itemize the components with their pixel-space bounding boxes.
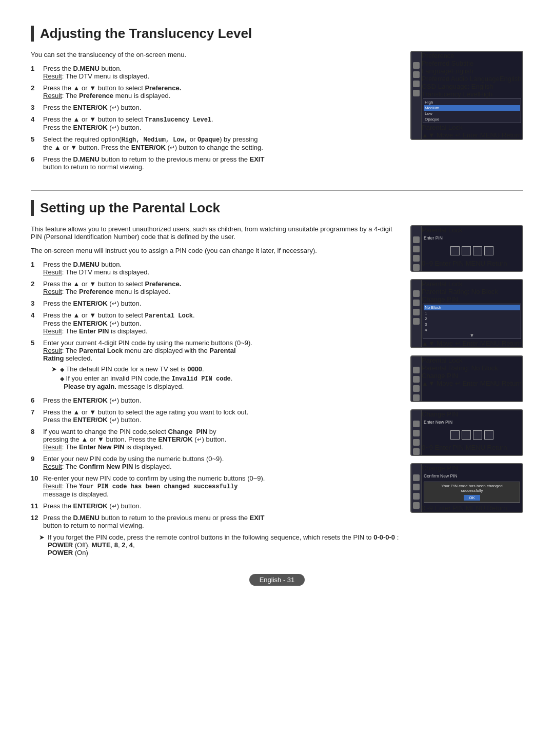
s3-dd-1: 1 xyxy=(424,310,520,316)
s6-icon2 xyxy=(413,484,420,490)
pin-box-3 xyxy=(473,246,482,255)
s2-step1: 1 Press the D.MENU button. Result: The D… xyxy=(31,261,400,276)
screen3-footer-move: ▲▼ Move xyxy=(422,340,453,347)
screen1-footer-return: MENU Return xyxy=(480,131,522,139)
s2-step4: 4 Press the ▲ or ▼ button to select Pare… xyxy=(31,311,400,335)
s5-pin-box-1 xyxy=(450,430,460,440)
screen6-body: Confirm New PIN Your PIN code has been c… xyxy=(422,472,522,503)
dropdown-item-medium: Medium xyxy=(424,105,520,111)
screen1-title: Preference xyxy=(422,52,522,59)
screen6-title: Change PIN xyxy=(422,464,522,472)
section1-intro: You can set the translucency of the on-s… xyxy=(31,51,400,58)
section2-title: Setting up the Parental Lock xyxy=(31,200,523,216)
s2-icon3 xyxy=(413,255,420,262)
screen5-label: Enter New PIN xyxy=(422,418,522,426)
step5: 5 Select the required option(High, Mediu… xyxy=(31,135,400,151)
screen3-icons xyxy=(411,280,422,347)
screen1-row3: OSD Language: English xyxy=(422,83,522,90)
s5-pin-box-2 xyxy=(462,430,471,440)
s5-pin-box-3 xyxy=(473,430,482,440)
pin-boxes-1 xyxy=(422,242,522,260)
icon1 xyxy=(413,62,420,69)
s2-step6: 6 Press the ENTER/OK (↵) button. xyxy=(31,396,400,404)
s2-step10-num: 10 xyxy=(31,474,39,498)
icon3 xyxy=(413,81,420,87)
screen4-mockup: Parental Lock Parental Rating: No Block … xyxy=(410,355,523,402)
s2-step12-num: 12 xyxy=(31,514,39,529)
section2: Setting up the Parental Lock This featur… xyxy=(31,200,523,559)
screen2-footer: 0~9 Enter PIN MENU Return xyxy=(422,260,522,267)
screen4-title: Parental Lock xyxy=(422,356,522,364)
screen6-label: Confirm New PIN xyxy=(422,472,522,480)
s5-icon4 xyxy=(413,448,420,455)
section2-steps: 1 Press the D.MENU button. Result: The D… xyxy=(31,261,400,529)
screen1-footer-move: ▲▼ Move xyxy=(422,131,453,139)
s3-icon2 xyxy=(413,300,420,306)
screen1-mockup: Preference Preferred Subtitle LanguageEn… xyxy=(410,51,523,140)
s5-icon3 xyxy=(413,439,420,446)
s2-step10: 10 Re-enter your new PIN code to confirm… xyxy=(31,474,400,498)
screen1-dropdown: High Medium Low Opaque xyxy=(423,98,521,123)
screen1-row4-highlight: Translucency LevelHigh xyxy=(422,90,522,98)
screen5-title: Change PIN xyxy=(422,410,522,418)
screen2-title: Parental Lock xyxy=(422,226,522,234)
s2-step4-body: Press the ▲ or ▼ button to select Parent… xyxy=(43,311,400,335)
step3: 3 Press the ENTER/OK (↵) button. xyxy=(31,104,400,111)
s5-icon1 xyxy=(413,421,420,427)
screen1-row5: Parental Lock xyxy=(422,124,522,131)
s4-icon3 xyxy=(413,385,420,392)
screen5-footer: 0~9 Enter PIN MENU Return xyxy=(422,444,522,451)
s2-step12: 12 Press the D.MENU button to return to … xyxy=(31,514,400,529)
s4-icon1 xyxy=(413,367,420,373)
screen3-row1: Parental Rating: No Block xyxy=(422,288,522,295)
subnote-block: ➤ ◆ The default PIN code for a new TV se… xyxy=(51,365,400,390)
final-note: ➤ If you forget the PIN code, press the … xyxy=(39,533,400,556)
section2-screens: Parental Lock Enter PIN 0~9 Enter PIN ME… xyxy=(410,225,523,559)
step1-body: Press the D.MENU button. Result: The DTV… xyxy=(43,65,400,80)
screen4-icons xyxy=(411,356,422,401)
s3-dd-more: ▼ xyxy=(424,333,520,338)
s2-step3-body: Press the ENTER/OK (↵) button. xyxy=(43,300,400,307)
screen1-body: Preferred Subtitle LanguageEnglish Prefe… xyxy=(422,59,522,131)
s3-dd-4: 4 xyxy=(424,327,520,333)
step3-body: Press the ENTER/OK (↵) button. xyxy=(43,104,400,111)
screen5-footer-right: MENU Return xyxy=(466,444,507,451)
screen6-footer-right: MENU Return xyxy=(466,504,507,512)
subnote1: ◆ The default PIN code for a new TV set … xyxy=(60,365,232,373)
step1-num: 1 xyxy=(31,65,39,80)
screen3-body: Parental Rating: No Block Change PIN No … xyxy=(422,288,522,339)
s2-step5: 5 Enter your current 4-digit PIN code by… xyxy=(31,339,400,392)
screen4-footer-move: ▲▼ Move xyxy=(422,380,453,387)
s6-icon3 xyxy=(413,493,420,500)
step2: 2 Press the ▲ or ▼ button to select Pref… xyxy=(31,84,400,100)
screen5-icons xyxy=(411,410,422,455)
s3-dd-noblock: No Block xyxy=(424,305,520,310)
subnote-content: ◆ The default PIN code for a new TV set … xyxy=(60,365,232,390)
section1-screens: Preference Preferred Subtitle LanguageEn… xyxy=(410,51,523,175)
screen3-footer-enter: ↵ Enter xyxy=(455,340,479,347)
s6-icon1 xyxy=(413,474,420,481)
screen3-dropdown: No Block 1 2 3 4 ▼ xyxy=(423,304,521,339)
screen2-body: Enter PIN xyxy=(422,234,522,260)
screen2-icons xyxy=(411,226,422,271)
screen6-ok-btn[interactable]: OK xyxy=(464,495,480,501)
s3-icon3 xyxy=(413,309,420,315)
screen4-footer-enter: ↵ Enter xyxy=(455,380,479,387)
pin-boxes-2 xyxy=(422,426,522,444)
screen6-content: Change PIN Confirm New PIN Your PIN code… xyxy=(422,464,522,512)
dropdown-item-low: Low xyxy=(424,111,520,116)
screen1-footer-enter: ↵ Enter xyxy=(455,131,479,139)
icon4 xyxy=(413,90,420,96)
s5-icon2 xyxy=(413,430,420,436)
s2-step5-body: Enter your current 4-digit PIN code by u… xyxy=(43,339,400,392)
step4-body: Press the ▲ or ▼ button to select Transl… xyxy=(43,115,400,131)
section2-content: This feature allows you to prevent unaut… xyxy=(31,225,400,559)
screen5-footer-left: 0~9 Enter PIN xyxy=(422,444,464,451)
s2-icon2 xyxy=(413,246,420,252)
s2-step2-body: Press the ▲ or ▼ button to select Prefer… xyxy=(43,280,400,295)
s2-step1-body: Press the D.MENU button. Result: The DTV… xyxy=(43,261,400,276)
s2-step11-num: 11 xyxy=(31,502,39,510)
s5-pin-box-4 xyxy=(484,430,493,440)
s2-step3: 3 Press the ENTER/OK (↵) button. xyxy=(31,300,400,307)
s4-icon2 xyxy=(413,376,420,383)
